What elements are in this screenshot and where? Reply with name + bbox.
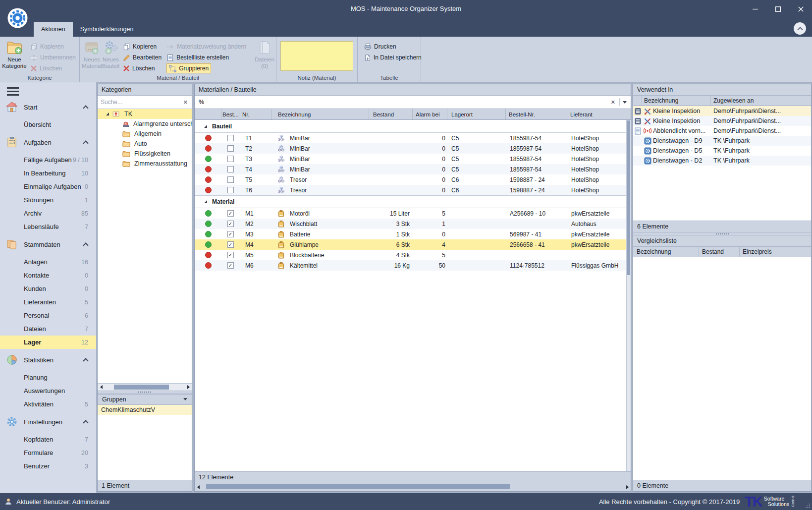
- tree-item[interactable]: Auto: [98, 139, 192, 149]
- table-row-M4[interactable]: ✓ M4 Glühlampe 6 Stk 4 2566658 - 41 pkwE…: [195, 239, 626, 250]
- sidebar-item-einmalige-aufgaben[interactable]: Einmalige Aufgaben 0: [0, 180, 96, 193]
- checkbox[interactable]: [227, 166, 234, 172]
- column-lieferant[interactable]: Lieferant: [567, 109, 631, 119]
- table-row-M2[interactable]: ✓ M2 Wischblatt 3 Stk 1 Autohaus: [195, 219, 626, 229]
- kategorie-umbenennen-button[interactable]: Umbenennen: [29, 52, 77, 63]
- column-bezeichnung[interactable]: Bezeichnung: [272, 109, 369, 119]
- sidebar-item-auswertungen[interactable]: Auswertungen: [0, 384, 96, 397]
- column-bezeichnung[interactable]: Bezeichnung: [633, 247, 699, 257]
- chevron-up-icon[interactable]: [83, 358, 88, 363]
- used-in-row[interactable]: Dienstwagen - D9 TK \Fuhrpark: [633, 136, 811, 146]
- tree-item-root[interactable]: TK: [98, 109, 192, 119]
- chevron-down-icon[interactable]: [183, 398, 187, 400]
- chevron-up-icon[interactable]: [83, 420, 88, 425]
- sidebar-item-lieferanten[interactable]: Lieferanten 5: [0, 295, 96, 309]
- expander-icon[interactable]: [204, 200, 208, 204]
- used-in-row[interactable]: Dienstwagen - D5 TK \Fuhrpark: [633, 146, 811, 156]
- tree-item[interactable]: Alarmgrenze unterschritten: [98, 119, 192, 129]
- used-in-row[interactable]: Kleine Inspektion Demo\Fuhrpark\Dienst..…: [633, 106, 811, 116]
- in-datei-speichern-button[interactable]: In Datei speichern: [363, 52, 423, 63]
- table-row-T4[interactable]: T4 MiniBar 0 C5 1855987-54 HotelShop: [195, 164, 626, 174]
- maximize-button[interactable]: [766, 0, 789, 18]
- column-zugewiesen-an[interactable]: Zugewiesen an: [711, 96, 811, 106]
- dateien-button[interactable]: Dateien (0): [255, 39, 274, 69]
- sidebar-item-personal[interactable]: Personal 6: [0, 309, 96, 322]
- sidebar-item-faellige-aufgaben[interactable]: Fällige Aufgaben 9 / 10: [0, 153, 96, 167]
- materials-vscrollbar[interactable]: [626, 120, 631, 471]
- kategorie-loeschen-button[interactable]: Löschen: [29, 63, 77, 74]
- category-search-input[interactable]: [101, 99, 182, 106]
- sidebar-item-uebersicht[interactable]: Übersicht: [0, 118, 96, 131]
- checkbox[interactable]: ✓: [227, 221, 234, 227]
- checkbox[interactable]: ✓: [227, 231, 234, 237]
- tree-item[interactable]: Flüssigkeiten: [98, 149, 192, 159]
- table-row-M1[interactable]: ✓ M1 Motoröl 15 Liter 5 A256689 - 10 pkw…: [195, 208, 626, 219]
- checkbox[interactable]: ✓: [227, 262, 234, 269]
- tree-item[interactable]: Allgemein: [98, 129, 192, 139]
- materialzuweisung-aendern-button[interactable]: Materialzuweisung ändern: [165, 41, 248, 52]
- hamburger-menu-icon[interactable]: [7, 87, 20, 96]
- column-bestand[interactable]: Bestand: [369, 109, 413, 119]
- materials-hscrollbar[interactable]: [195, 483, 631, 491]
- neues-material-button[interactable]: Neues Material: [82, 39, 102, 69]
- sidebar-item-aktivitaeten[interactable]: Aktivitäten 5: [0, 397, 96, 411]
- tree-item[interactable]: Zimmerausstattung: [98, 159, 192, 169]
- neue-kategorie-button[interactable]: Neue Kategorie: [2, 39, 27, 69]
- column-einzelpreis[interactable]: Einzelpreis: [740, 247, 811, 257]
- bestellliste-erstellen-button[interactable]: Bestellliste erstellen: [165, 52, 248, 63]
- column-icon[interactable]: [633, 96, 642, 106]
- checkbox[interactable]: [227, 135, 234, 141]
- notiz-material-field[interactable]: [280, 41, 353, 71]
- chevron-up-icon[interactable]: [83, 140, 88, 146]
- scroll-left-icon[interactable]: [98, 385, 105, 389]
- minimize-button[interactable]: [744, 0, 766, 18]
- sidebar-section-aufgaben[interactable]: Aufgaben: [0, 134, 96, 151]
- table-group-row[interactable]: Material: [195, 195, 626, 208]
- splitter-handle[interactable]: [633, 232, 811, 235]
- table-row-T5[interactable]: T5 Tresor 0 C6 1598887 - 24 HotelShop: [195, 174, 626, 185]
- kategorie-kopieren-button[interactable]: Kopieren: [29, 41, 77, 52]
- used-in-row[interactable]: Kleine Inspektion Demo\Fuhrpark\Dienst..…: [633, 116, 811, 126]
- neues-bauteil-button[interactable]: Neues Bauteil: [102, 39, 119, 69]
- splitter-handle[interactable]: [98, 391, 192, 394]
- clear-filter-icon[interactable]: ✕: [610, 99, 616, 106]
- group-item[interactable]: ChemKlimaschutzV: [98, 405, 192, 415]
- column-bezeichnung[interactable]: Bezeichnung: [642, 96, 711, 106]
- sidebar-item-kunden[interactable]: Kunden 0: [0, 282, 96, 295]
- column-nr[interactable]: Nr.: [239, 109, 272, 119]
- resize-grip[interactable]: [805, 503, 811, 509]
- scrollbar-thumb[interactable]: [206, 484, 510, 489]
- sidebar-item-anlagen[interactable]: Anlagen 16: [0, 255, 96, 269]
- collapse-ribbon-button[interactable]: [794, 22, 806, 35]
- close-button[interactable]: [789, 0, 812, 18]
- materials-filter-input[interactable]: [199, 99, 610, 106]
- used-in-row[interactable]: Abblendlicht vorn... Demo\Fuhrpark\Diens…: [633, 126, 811, 136]
- column-lagerort[interactable]: Lagerort: [447, 109, 506, 119]
- checkbox[interactable]: [227, 187, 234, 193]
- sidebar-item-kontakte[interactable]: Kontakte 0: [0, 269, 96, 282]
- sidebar-item-in-bearbeitung[interactable]: In Bearbeitung 10: [0, 167, 96, 180]
- table-group-row[interactable]: Bauteil: [195, 120, 626, 133]
- column-best[interactable]: Best...: [221, 109, 239, 119]
- scrollbar-thumb[interactable]: [114, 385, 168, 390]
- checkbox[interactable]: [227, 176, 234, 183]
- app-logo-gear-icon[interactable]: [7, 8, 28, 28]
- expander-icon[interactable]: [204, 124, 208, 128]
- sidebar-item-lebenslaeufe[interactable]: Lebensläufe 7: [0, 220, 96, 233]
- groups-header[interactable]: Gruppen: [98, 394, 192, 405]
- checkbox[interactable]: ✓: [227, 210, 234, 217]
- column-bestell-nr[interactable]: Bestell-Nr.: [506, 109, 567, 119]
- sidebar-section-einstellungen[interactable]: Einstellungen: [0, 413, 96, 430]
- sidebar-section-stammdaten[interactable]: Stammdaten: [0, 236, 96, 253]
- table-row-T6[interactable]: T6 Tresor 0 C6 1598887 - 24 HotelShop: [195, 185, 626, 195]
- column-alarm-bei[interactable]: Alarm bei: [413, 109, 447, 119]
- table-row-M6[interactable]: ✓ M6 Kältemittel 16 Kg 50 1124-785512 Fl…: [195, 260, 626, 271]
- sidebar-item-planung[interactable]: Planung: [0, 371, 96, 384]
- sidebar-item-archiv[interactable]: Archiv 85: [0, 207, 96, 220]
- chevron-up-icon[interactable]: [83, 105, 88, 111]
- sidebar-item-lager[interactable]: Lager 12: [0, 336, 96, 349]
- gruppieren-button[interactable]: Gruppieren: [165, 63, 248, 74]
- tab-aktionen[interactable]: Aktionen: [34, 22, 73, 37]
- checkbox[interactable]: [227, 145, 234, 152]
- table-row-M5[interactable]: ✓ M5 Blockbatterie 4 Stk 5: [195, 250, 626, 260]
